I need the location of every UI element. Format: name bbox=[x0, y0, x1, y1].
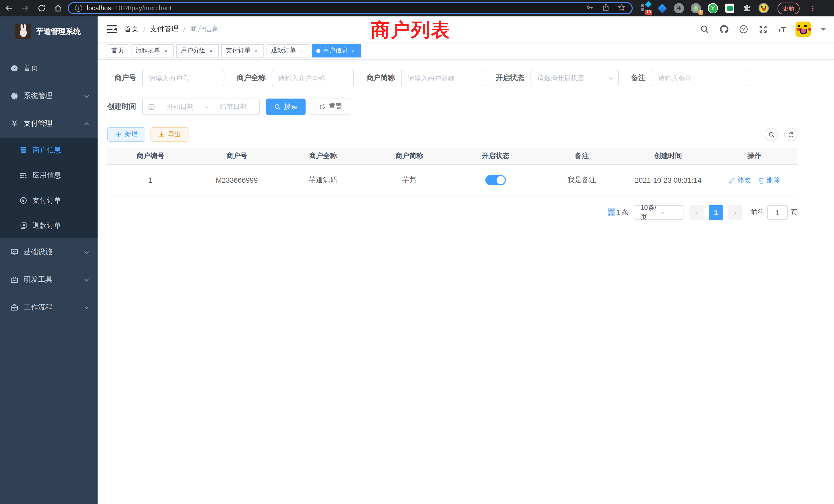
pagination: 共 1 条 10条/页 ‹ 1 › 前往 页 bbox=[107, 205, 797, 220]
chrome-update-button[interactable]: 更新 bbox=[777, 2, 799, 14]
close-icon[interactable]: × bbox=[253, 47, 259, 54]
fullscreen-icon[interactable] bbox=[758, 24, 768, 34]
home-icon[interactable] bbox=[53, 4, 63, 13]
merchant-no-input[interactable] bbox=[142, 70, 224, 86]
tab-home[interactable]: 首页 bbox=[107, 44, 128, 57]
extension-gem-icon[interactable] bbox=[657, 3, 667, 13]
short-name-input[interactable] bbox=[401, 70, 483, 86]
chevron-down-icon bbox=[660, 210, 679, 215]
edit-link[interactable]: 修改 bbox=[729, 176, 751, 185]
close-icon[interactable]: × bbox=[350, 47, 356, 54]
sidebar-item-workflow[interactable]: 工作流程 bbox=[0, 294, 97, 321]
cell-merchant-no: M233666999 bbox=[194, 165, 280, 196]
chevron-down-icon bbox=[84, 93, 89, 99]
page-size-select[interactable]: 10条/页 bbox=[634, 205, 684, 220]
avatar-caret-icon[interactable] bbox=[821, 28, 826, 33]
start-date-placeholder: 开始日期 bbox=[159, 102, 202, 111]
breadcrumb-section[interactable]: 支付管理 bbox=[150, 25, 179, 34]
toolbox-icon bbox=[10, 276, 19, 284]
yen-icon: ￥ bbox=[10, 120, 19, 128]
sidebar-item-label: 首页 bbox=[24, 64, 38, 73]
breadcrumb-home[interactable]: 首页 bbox=[124, 25, 139, 34]
user-avatar[interactable] bbox=[795, 22, 811, 37]
annotation-merchant-list: 商户列表 bbox=[371, 18, 451, 43]
close-icon[interactable]: × bbox=[208, 47, 214, 54]
export-button[interactable]: 导出 bbox=[151, 127, 189, 142]
extension-chat-icon[interactable] bbox=[725, 3, 735, 13]
full-name-label: 商户全称 bbox=[237, 73, 272, 83]
next-page-button[interactable]: › bbox=[728, 205, 743, 220]
search-icon[interactable] bbox=[700, 24, 709, 34]
chevron-down-icon bbox=[84, 305, 89, 310]
sidebar-item-refund-order[interactable]: 退款订单 bbox=[0, 213, 97, 238]
status-select[interactable]: 请选择开启状态 bbox=[530, 70, 619, 86]
sidebar-item-app-info[interactable]: 应用信息 bbox=[0, 163, 97, 188]
extension-y-icon[interactable]: Y bbox=[708, 3, 718, 13]
cell-full-name: 芋道源码 bbox=[280, 165, 366, 196]
sidebar-item-system[interactable]: 系统管理 bbox=[0, 82, 97, 110]
address-bar[interactable]: i localhost:1024/pay/merchant bbox=[68, 2, 633, 14]
sidebar-fold-icon[interactable] bbox=[107, 25, 117, 34]
sidebar-item-pay[interactable]: ￥ 支付管理 bbox=[0, 110, 97, 138]
browser-avatar[interactable] bbox=[759, 3, 769, 13]
date-range-picker[interactable]: 开始日期 - 结束日期 bbox=[142, 98, 260, 115]
back-icon[interactable] bbox=[4, 4, 13, 13]
monitor-icon bbox=[10, 248, 19, 256]
sidebar-item-infrastructure[interactable]: 基础设施 bbox=[0, 238, 97, 266]
reload-icon[interactable] bbox=[37, 4, 46, 13]
browser-menu-icon[interactable]: ⋮ bbox=[809, 4, 816, 12]
chevron-down-icon bbox=[84, 249, 89, 255]
chevron-down-icon bbox=[84, 277, 89, 282]
sidebar-item-home[interactable]: 首页 bbox=[0, 54, 97, 82]
extension-command-icon[interactable]: ⌘ bbox=[674, 3, 684, 13]
calendar-icon bbox=[148, 103, 155, 110]
sidebar-item-label: 基础设施 bbox=[24, 247, 52, 257]
show-search-icon[interactable] bbox=[765, 128, 778, 141]
delete-link[interactable]: 删除 bbox=[758, 176, 780, 185]
font-size-icon[interactable]: TT bbox=[778, 25, 786, 33]
url-text: localhost:1024/pay/merchant bbox=[87, 5, 172, 12]
cell-remark: 我是备注 bbox=[539, 165, 625, 196]
cell-short-name: 芋艿 bbox=[366, 165, 453, 196]
page-number[interactable]: 1 bbox=[709, 205, 723, 220]
share-icon[interactable] bbox=[602, 3, 610, 13]
remark-input[interactable] bbox=[652, 70, 747, 86]
reset-button[interactable]: 重置 bbox=[311, 98, 350, 115]
table-toolbar: 新增 导出 bbox=[107, 127, 797, 142]
add-button[interactable]: 新增 bbox=[107, 127, 145, 142]
store-icon bbox=[20, 146, 27, 154]
goto-page-input[interactable] bbox=[767, 205, 788, 220]
sidebar-item-label: 系统管理 bbox=[24, 91, 52, 100]
sidebar-logo-row[interactable]: 芋道管理系统 bbox=[0, 19, 97, 44]
tab-merchant-info[interactable]: 商户信息× bbox=[312, 44, 361, 57]
close-icon[interactable]: × bbox=[163, 47, 169, 54]
sidebar-item-pay-order[interactable]: ¥ 支付订单 bbox=[0, 188, 97, 213]
breadcrumb-current: 商户信息 bbox=[190, 25, 219, 34]
site-info-icon[interactable]: i bbox=[75, 5, 82, 12]
search-button[interactable]: 搜索 bbox=[266, 98, 306, 115]
tab-user-group[interactable]: 用户分组× bbox=[176, 44, 219, 57]
tags-view: 首页 流程表单× 用户分组× 支付订单× 退款订单× 商户信息× bbox=[97, 42, 834, 60]
close-icon[interactable]: × bbox=[299, 47, 305, 54]
extension-grid-icon[interactable]: 10 bbox=[640, 3, 650, 13]
sidebar-item-merchant-info[interactable]: 商户信息 bbox=[0, 138, 97, 163]
prev-page-button[interactable]: ‹ bbox=[689, 205, 704, 220]
tab-pay-order[interactable]: 支付订单× bbox=[221, 44, 264, 57]
tab-refund-order[interactable]: 退款订单× bbox=[266, 44, 309, 57]
documents-icon bbox=[20, 222, 27, 229]
extension-profile-icon[interactable]: 1 bbox=[691, 3, 701, 13]
help-icon[interactable]: ? bbox=[739, 24, 748, 34]
bookmark-star-icon[interactable] bbox=[618, 3, 626, 13]
extension-badge: 10 bbox=[645, 10, 652, 15]
sidebar-item-devtools[interactable]: 研发工具 bbox=[0, 266, 97, 294]
short-name-label: 商户简称 bbox=[366, 73, 401, 83]
password-key-icon[interactable] bbox=[586, 3, 594, 13]
full-name-input[interactable] bbox=[272, 70, 354, 86]
forward-icon[interactable] bbox=[21, 4, 30, 13]
tab-flow-form[interactable]: 流程表单× bbox=[131, 44, 174, 57]
refresh-icon[interactable] bbox=[784, 128, 797, 141]
github-icon[interactable] bbox=[719, 24, 729, 34]
browser-extensions: 10 ⌘ 1 Y 更新 ⋮ bbox=[640, 2, 816, 14]
status-toggle[interactable] bbox=[485, 175, 506, 185]
extensions-puzzle-icon[interactable] bbox=[742, 3, 752, 13]
